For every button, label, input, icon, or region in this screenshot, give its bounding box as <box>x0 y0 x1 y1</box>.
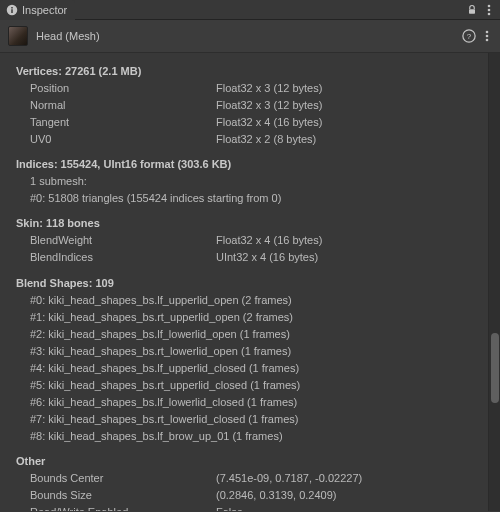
other-row: Bounds Size(0.2846, 0.3139, 0.2409) <box>16 487 484 504</box>
other-row: Bounds Center(7.451e-09, 0.7187, -0.0222… <box>16 470 484 487</box>
tab-inspector[interactable]: Inspector <box>0 0 75 20</box>
blendshapes-heading: Blend Shapes: 109 <box>16 275 484 292</box>
svg-point-5 <box>488 8 491 11</box>
vertical-scrollbar[interactable] <box>488 53 500 511</box>
indices-line: 1 submesh: <box>16 173 484 190</box>
blendshape-line: #8: kiki_head_shapes_bs.lf_brow_up_01 (1… <box>16 428 484 445</box>
vertices-heading: Vertices: 27261 (2.1 MB) <box>16 63 484 80</box>
svg-rect-3 <box>469 9 475 14</box>
kebab-icon[interactable] <box>484 4 494 16</box>
mesh-info-panel: Vertices: 27261 (2.1 MB) PositionFloat32… <box>0 53 488 511</box>
scrollbar-thumb[interactable] <box>491 333 499 403</box>
info-icon <box>6 4 18 16</box>
blendshape-line: #5: kiki_head_shapes_bs.rt_upperlid_clos… <box>16 377 484 394</box>
blendshape-line: #0: kiki_head_shapes_bs.lf_upperlid_open… <box>16 292 484 309</box>
svg-rect-2 <box>11 7 13 9</box>
object-header: Head (Mesh) ? <box>0 20 500 53</box>
vertices-row: PositionFloat32 x 3 (12 bytes) <box>16 80 484 97</box>
blendshape-line: #1: kiki_head_shapes_bs.rt_upperlid_open… <box>16 309 484 326</box>
svg-point-10 <box>486 35 489 38</box>
tab-label: Inspector <box>22 4 67 16</box>
other-row: Read/Write EnabledFalse <box>16 504 484 511</box>
svg-text:?: ? <box>467 32 472 41</box>
blendshape-line: #3: kiki_head_shapes_bs.rt_lowerlid_open… <box>16 343 484 360</box>
svg-point-11 <box>486 39 489 42</box>
skin-heading: Skin: 118 bones <box>16 215 484 232</box>
lock-icon[interactable] <box>466 4 478 16</box>
help-icon[interactable]: ? <box>462 29 476 43</box>
blendshape-line: #4: kiki_head_shapes_bs.lf_upperlid_clos… <box>16 360 484 377</box>
kebab-icon[interactable] <box>482 30 492 42</box>
blendshape-line: #6: kiki_head_shapes_bs.lf_lowerlid_clos… <box>16 394 484 411</box>
svg-point-9 <box>486 31 489 34</box>
svg-rect-1 <box>11 9 13 13</box>
vertices-row: TangentFloat32 x 4 (16 bytes) <box>16 114 484 131</box>
svg-point-6 <box>488 12 491 15</box>
object-title: Head (Mesh) <box>36 30 454 42</box>
blendshape-line: #2: kiki_head_shapes_bs.lf_lowerlid_open… <box>16 326 484 343</box>
indices-heading: Indices: 155424, UInt16 format (303.6 KB… <box>16 156 484 173</box>
mesh-thumbnail-icon <box>8 26 28 46</box>
skin-row: BlendWeightFloat32 x 4 (16 bytes) <box>16 232 484 249</box>
skin-row: BlendIndicesUInt32 x 4 (16 bytes) <box>16 249 484 266</box>
indices-line: #0: 51808 triangles (155424 indices star… <box>16 190 484 207</box>
vertices-row: UV0Float32 x 2 (8 bytes) <box>16 131 484 148</box>
svg-point-4 <box>488 4 491 7</box>
vertices-row: NormalFloat32 x 3 (12 bytes) <box>16 97 484 114</box>
other-heading: Other <box>16 453 484 470</box>
blendshape-line: #7: kiki_head_shapes_bs.rt_lowerlid_clos… <box>16 411 484 428</box>
